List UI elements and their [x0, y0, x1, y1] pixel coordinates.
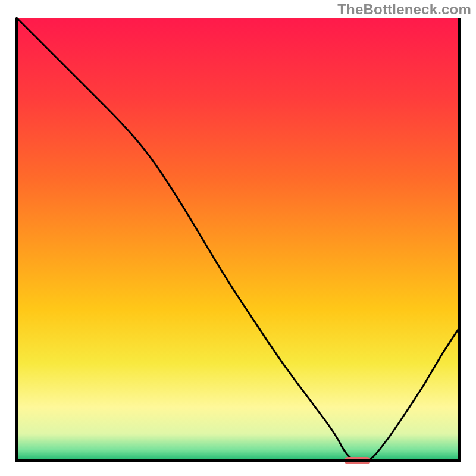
- chart-container: TheBottleneck.com: [0, 0, 476, 476]
- watermark-text: TheBottleneck.com: [337, 1, 471, 18]
- bottleneck-chart: [0, 0, 476, 476]
